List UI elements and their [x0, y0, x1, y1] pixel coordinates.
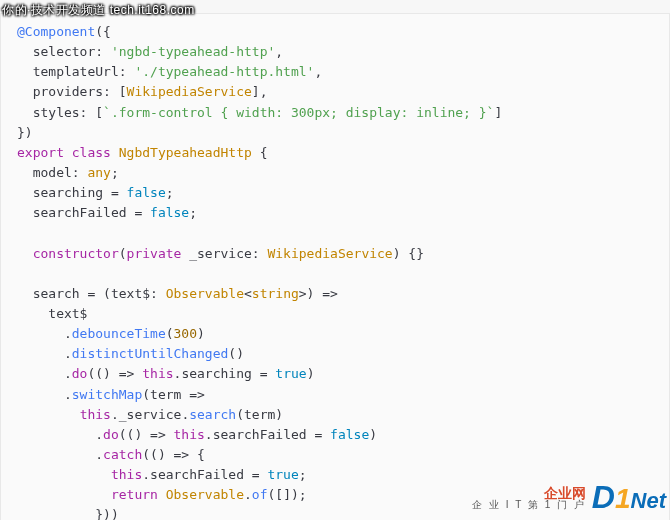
- d1net-logo: D1Net: [592, 479, 666, 516]
- watermark-bottom-left: 企业网 企 业 I T 第 1 门 户: [472, 486, 586, 510]
- d1net-net: Net: [631, 488, 666, 514]
- d1net-1: 1: [615, 483, 631, 515]
- decorator: @Component: [17, 24, 95, 39]
- watermark-bottom: 企业网 企 业 I T 第 1 门 户 D1Net: [472, 479, 666, 516]
- watermark-top: 你的·技术开发频道 tech.it168.com: [2, 2, 195, 19]
- d1net-d: D: [592, 479, 615, 516]
- wm-brand-cn: 企业网: [544, 486, 586, 500]
- code-block: @Component({ selector: 'ngbd-typeahead-h…: [0, 13, 670, 520]
- wm-brand-sub: 企 业 I T 第 1 门 户: [472, 500, 586, 510]
